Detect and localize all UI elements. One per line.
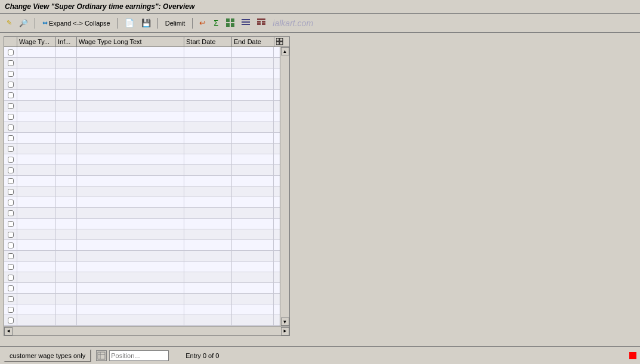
svg-rect-6 — [242, 24, 250, 25]
display-button[interactable]: 🔎 — [17, 17, 30, 30]
toolbar-sep-4 — [192, 18, 193, 29]
col-select — [4, 37, 17, 46]
scroll-track[interactable] — [281, 55, 289, 318]
row-checkbox-13[interactable] — [8, 178, 14, 184]
scroll-right-arrow[interactable]: ► — [281, 327, 289, 335]
copy-icon: 📄 — [125, 18, 134, 27]
table-row — [4, 101, 280, 111]
table-row — [4, 111, 280, 122]
svg-rect-9 — [262, 21, 265, 23]
scroll-left-arrow[interactable]: ◄ — [4, 327, 13, 335]
table-row — [4, 304, 280, 315]
table-row — [4, 197, 280, 208]
toolbar-sep-3 — [157, 18, 158, 29]
row-checkbox-20[interactable] — [8, 253, 14, 259]
row-checkbox-25[interactable] — [8, 307, 14, 313]
row-checkbox-22[interactable] — [8, 275, 14, 281]
nav-table-icon — [257, 18, 265, 28]
row-checkbox-8[interactable] — [8, 125, 14, 130]
table-row — [4, 122, 280, 133]
row-checkbox-3[interactable] — [8, 71, 14, 77]
table-row — [4, 294, 280, 304]
row-checkbox-5[interactable] — [8, 92, 14, 98]
table-row — [4, 165, 280, 176]
vertical-scrollbar[interactable]: ▲ ▼ — [280, 47, 289, 326]
customer-wage-types-button[interactable]: customer wage types only — [4, 349, 91, 362]
col-settings-icon[interactable] — [274, 37, 285, 46]
row-checkbox-16[interactable] — [8, 210, 14, 216]
nav-icon-2[interactable] — [239, 17, 252, 30]
row-checkbox-7[interactable] — [8, 114, 14, 120]
row-checkbox-4[interactable] — [8, 82, 14, 88]
row-checkbox-14[interactable] — [8, 189, 14, 195]
hscroll-track[interactable] — [13, 328, 281, 335]
table-row — [4, 315, 280, 326]
table-row — [4, 229, 280, 240]
svg-rect-10 — [257, 23, 261, 25]
table-row — [4, 272, 280, 283]
row-checkbox-18[interactable] — [8, 232, 14, 238]
delimit-button[interactable]: Delimit — [162, 17, 188, 30]
table-rows — [4, 47, 280, 326]
row-checkbox-24[interactable] — [8, 296, 14, 302]
customer-wage-types-label: customer wage types only — [10, 352, 85, 359]
delimit-label: Delimit — [165, 20, 185, 27]
col-infotype: Inf... — [56, 37, 77, 46]
error-indicator — [629, 352, 636, 359]
svg-rect-4 — [242, 19, 250, 20]
table-row — [4, 208, 280, 219]
position-input[interactable] — [109, 350, 169, 361]
table-row — [4, 251, 280, 262]
row-checkbox-11[interactable] — [8, 157, 14, 163]
svg-rect-1 — [231, 18, 234, 22]
row-checkbox-21[interactable] — [8, 264, 14, 270]
entry-info: Entry 0 of 0 — [185, 352, 219, 359]
horizontal-scrollbar[interactable]: ◄ ► — [4, 326, 290, 336]
row-checkbox-26[interactable] — [8, 318, 14, 323]
data-table: Wage Ty... Inf... Wage Type Long Text St… — [4, 36, 290, 326]
svg-rect-7 — [257, 18, 265, 20]
row-checkbox-9[interactable] — [8, 135, 14, 141]
undo-icon: ↩ — [199, 18, 206, 27]
svg-rect-12 — [276, 38, 279, 41]
row-checkbox-15[interactable] — [8, 200, 14, 206]
row-checkbox-1[interactable] — [8, 49, 14, 55]
page-title: Change View "Super Ordinary time earning… — [5, 2, 194, 11]
edit-button[interactable]: ✎ — [4, 17, 14, 30]
scroll-down-arrow[interactable]: ▼ — [281, 318, 289, 326]
expand-icon: ⇔ — [42, 19, 48, 27]
col-longtext: Wage Type Long Text — [77, 37, 184, 46]
position-icon[interactable] — [96, 350, 107, 361]
position-area — [96, 350, 169, 361]
table-row — [4, 79, 280, 90]
row-checkbox-6[interactable] — [8, 103, 14, 109]
undo-button[interactable]: ↩ — [197, 17, 208, 30]
row-checkbox-2[interactable] — [8, 60, 14, 66]
svg-rect-16 — [98, 352, 105, 359]
table-row — [4, 219, 280, 229]
row-checkbox-17[interactable] — [8, 221, 14, 227]
table-row — [4, 186, 280, 197]
save-icon: 💾 — [141, 18, 151, 27]
table-row — [4, 47, 280, 58]
toolbar: ✎ 🔎 ⇔ Expand <-> Collapse 📄 💾 Delimit ↩ … — [0, 14, 640, 33]
toolbar-sep-1 — [35, 18, 35, 29]
copy-button[interactable]: 📄 — [122, 17, 137, 30]
sum-button[interactable]: Σ — [211, 17, 221, 30]
svg-rect-0 — [226, 18, 230, 22]
nav-icon-3[interactable] — [255, 17, 268, 30]
row-checkbox-12[interactable] — [8, 167, 14, 173]
toolbar-sep-2 — [118, 18, 118, 29]
scroll-up-arrow[interactable]: ▲ — [281, 47, 289, 55]
table-row — [4, 144, 280, 154]
expand-collapse-button[interactable]: ⇔ Expand <-> Collapse — [39, 17, 113, 30]
svg-rect-2 — [226, 23, 230, 27]
table-row — [4, 176, 280, 186]
nav-grid-icon — [226, 18, 234, 28]
save-button[interactable]: 💾 — [139, 17, 153, 30]
nav-icon-1[interactable] — [224, 17, 237, 30]
row-checkbox-10[interactable] — [8, 146, 14, 152]
row-checkbox-23[interactable] — [8, 285, 14, 291]
col-wagetype: Wage Ty... — [17, 37, 56, 46]
row-checkbox-19[interactable] — [8, 242, 14, 248]
